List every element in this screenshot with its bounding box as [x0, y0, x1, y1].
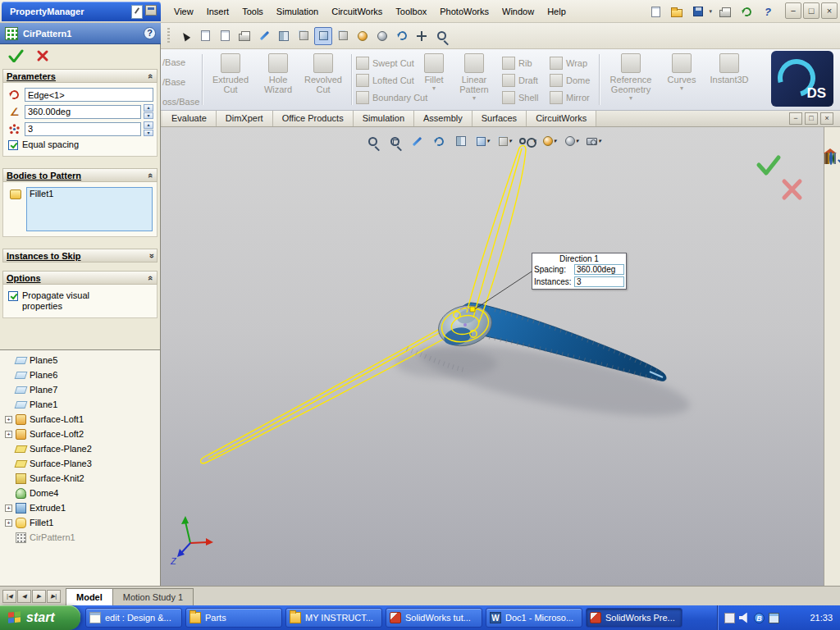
curves-button[interactable]: Curves▾: [663, 53, 701, 92]
options-group-header[interactable]: Options «: [2, 271, 158, 285]
collapse-chevron-icon[interactable]: «: [148, 71, 153, 81]
scene-icon[interactable]: [373, 27, 391, 45]
appearance-icon[interactable]: ▾: [540, 132, 559, 150]
cancel-button[interactable]: [36, 49, 49, 62]
instance-count-spinner[interactable]: ▴▾: [144, 121, 153, 136]
taskbar-button[interactable]: MY INSTRUCT...: [285, 608, 382, 628]
display-style-icon[interactable]: ▾: [495, 132, 515, 150]
property-manager-titlebar[interactable]: PropertyManager: [2, 2, 161, 21]
copy-icon[interactable]: [196, 27, 214, 45]
tree-item[interactable]: Surface-Plane3: [0, 456, 160, 471]
start-button[interactable]: start: [0, 605, 80, 630]
taskbar-button[interactable]: Parts: [185, 608, 282, 628]
tree-item[interactable]: Plane6: [0, 368, 160, 382]
menu-insert[interactable]: Insert: [200, 4, 236, 19]
tab-evaluate[interactable]: Evaluate: [162, 111, 217, 126]
appearance-icon[interactable]: [354, 27, 372, 45]
tree-item[interactable]: Surface-Knit2: [0, 471, 160, 486]
rotate-view-icon[interactable]: [393, 27, 411, 45]
taskbar-button[interactable]: Doc1 - Microso...: [486, 608, 582, 628]
expand-icon[interactable]: +: [5, 504, 12, 512]
reference-geometry-button[interactable]: Reference Geometry▾: [604, 53, 658, 102]
rebuild-icon[interactable]: [738, 3, 755, 20]
tab-office-products[interactable]: Office Products: [273, 111, 354, 126]
hole-wizard-button[interactable]: Hole Wizard: [258, 53, 299, 94]
restore-button[interactable]: □: [803, 2, 819, 19]
mirror-button[interactable]: Mirror: [550, 89, 590, 105]
menu-photoworks[interactable]: PhotoWorks: [433, 4, 495, 19]
linear-pattern-button[interactable]: Linear Pattern▾: [451, 53, 497, 102]
save-icon[interactable]: [690, 3, 706, 20]
bluetooth-icon[interactable]: [754, 613, 765, 623]
tree-item[interactable]: +Surface-Loft2: [0, 427, 160, 441]
help-button[interactable]: ?: [144, 27, 156, 39]
tree-item[interactable]: Surface-Plane2: [0, 441, 160, 456]
angle-spinner[interactable]: ▴▾: [144, 104, 153, 119]
tree-item[interactable]: Plane7: [0, 382, 160, 397]
language-bar-icon[interactable]: [724, 613, 735, 623]
tab-simulation[interactable]: Simulation: [354, 111, 414, 126]
close-button[interactable]: ×: [821, 2, 838, 19]
pin-icon[interactable]: [131, 5, 143, 19]
print-icon[interactable]: [717, 3, 733, 20]
select-arrow-icon[interactable]: [176, 27, 194, 45]
save-caret-icon[interactable]: ▾: [709, 8, 712, 15]
bodies-group-header[interactable]: Bodies to Pattern «: [2, 168, 158, 182]
equal-spacing-checkbox[interactable]: [8, 140, 18, 150]
doc-minimize-button[interactable]: −: [789, 112, 802, 125]
section-view-icon[interactable]: [275, 27, 293, 45]
last-tab-button[interactable]: ▶|: [47, 590, 61, 603]
expand-icon[interactable]: +: [5, 431, 12, 438]
filter-wand-icon[interactable]: [407, 132, 427, 150]
menu-window[interactable]: Window: [495, 4, 541, 19]
selected-body[interactable]: Fillet1: [30, 189, 149, 199]
expand-icon[interactable]: +: [5, 416, 12, 423]
hide-show-items-icon[interactable]: ▾: [518, 132, 537, 150]
zoom-fit-icon[interactable]: [363, 132, 382, 150]
print-icon[interactable]: [235, 27, 253, 45]
taskbar-button-active[interactable]: SolidWorks Pre...: [586, 608, 682, 628]
parameters-group-header[interactable]: Parameters «: [2, 69, 158, 83]
measure-icon[interactable]: [255, 27, 273, 45]
tab-surfaces[interactable]: Surfaces: [472, 111, 527, 126]
propagate-visual-properties-checkbox[interactable]: [8, 291, 18, 301]
menu-simulation[interactable]: Simulation: [270, 4, 325, 19]
prev-tab-button[interactable]: ◀: [17, 590, 31, 603]
doc-close-button[interactable]: ×: [820, 112, 833, 125]
zoom-icon[interactable]: [432, 27, 450, 45]
dome-button[interactable]: Dome: [550, 72, 590, 88]
wrap-button[interactable]: Wrap: [550, 55, 590, 71]
viewport-ok-button[interactable]: [759, 158, 778, 173]
section-view-icon[interactable]: [451, 132, 471, 150]
callout-anchor-handle[interactable]: [470, 307, 475, 312]
model-canvas[interactable]: Z: [161, 127, 824, 586]
angle-input[interactable]: 360.00deg: [25, 105, 141, 119]
shaded-with-edges-icon[interactable]: [314, 27, 332, 45]
extruded-cut-button[interactable]: Extruded Cut: [207, 53, 254, 94]
tree-item[interactable]: +Surface-Loft1: [0, 412, 160, 427]
expand-icon[interactable]: +: [5, 519, 12, 527]
menu-help[interactable]: Help: [541, 4, 573, 19]
menu-toolbox[interactable]: Toolbox: [389, 4, 433, 19]
first-tab-button[interactable]: |◀: [2, 590, 16, 603]
graphics-viewport[interactable]: Z ▾ ▾ ▾ ▾ ▾ ▾ Direction 1 Spacing: 360.0…: [161, 127, 824, 586]
paste-icon[interactable]: [216, 27, 234, 45]
instances-input[interactable]: 3: [574, 276, 624, 287]
open-icon[interactable]: [669, 3, 685, 20]
tree-item[interactable]: CirPattern1: [0, 530, 160, 545]
taskbar-button[interactable]: SolidWorks tut...: [386, 608, 482, 628]
collapse-chevron-icon[interactable]: «: [148, 171, 153, 180]
viewport-cancel-button[interactable]: [784, 181, 800, 198]
wireframe-icon[interactable]: [334, 27, 352, 45]
rib-button[interactable]: Rib: [502, 55, 538, 71]
toolbar-grip[interactable]: [167, 28, 170, 44]
tree-item[interactable]: Plane1: [0, 397, 160, 412]
view-palette-icon[interactable]: [834, 153, 836, 164]
tab-motion-study[interactable]: Motion Study 1: [113, 588, 194, 606]
draft-button[interactable]: Draft: [502, 72, 538, 88]
menu-circuitworks[interactable]: CircuitWorks: [325, 4, 389, 19]
pan-icon[interactable]: [413, 27, 431, 45]
fillet-button[interactable]: Fillet▾: [417, 53, 451, 92]
menu-tools[interactable]: Tools: [235, 4, 270, 19]
view-settings-icon[interactable]: ▾: [584, 132, 604, 150]
